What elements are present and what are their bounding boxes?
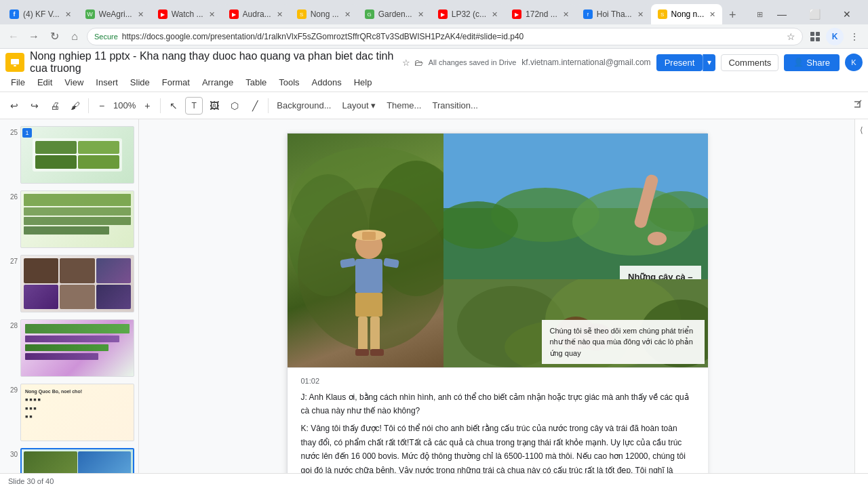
present-dropdown-button[interactable]: ▾ <box>703 54 715 71</box>
tab-lp32[interactable]: ▶ LP32 (c... ✕ <box>431 4 505 24</box>
zoom-out-button[interactable]: − <box>93 97 111 115</box>
slide-thumb-26[interactable]: 26 <box>3 189 136 249</box>
menu-format[interactable]: Format <box>157 75 195 89</box>
user-avatar[interactable]: K <box>845 54 863 71</box>
paint-format-button[interactable]: 🖌 <box>66 97 84 115</box>
svg-rect-24 <box>362 232 376 240</box>
slide-thumb-29[interactable]: 29 Nong Quoc Bo, noel cho! ■ ■ ■ ■ ■ ■ ■… <box>3 382 136 443</box>
slide-img-28[interactable] <box>20 319 134 377</box>
settings-icon[interactable]: ⋮ <box>846 28 863 45</box>
shape-tool[interactable]: ⬡ <box>226 97 243 115</box>
tab-garden[interactable]: G Garden... ✕ <box>358 4 431 24</box>
tab-fb[interactable]: f (4) KF V... ✕ <box>3 4 78 24</box>
slide-img-30[interactable]: Chúng tôi... <box>20 448 134 473</box>
minimize-button[interactable]: — <box>766 4 797 24</box>
slide-img-26[interactable] <box>20 190 134 248</box>
tab-audra-label: Audra... <box>243 9 271 19</box>
collapse-panel-button[interactable] <box>852 99 863 112</box>
tab-nong2-close[interactable]: ✕ <box>709 10 715 19</box>
slide-text-body: 01:02 J: Anh Klaus ơi, bằng cách nhìn hì… <box>288 367 708 473</box>
menu-file[interactable]: File <box>5 75 31 89</box>
profile-button[interactable]: K <box>826 28 844 45</box>
present-button[interactable]: Present <box>656 54 703 71</box>
slide-canvas[interactable]: Những cây cà – 6 tháng 5, 2017 <box>287 133 707 473</box>
editing-area[interactable]: Những cây cà – 6 tháng 5, 2017 <box>139 119 854 473</box>
panel-collapse-button[interactable]: ⟨ <box>856 125 867 136</box>
tab-fb-label: (4) KF V... <box>23 9 60 19</box>
tab-nong1-close[interactable]: ✕ <box>344 10 351 19</box>
tab-watch[interactable]: ▶ Watch ... ✕ <box>151 4 222 24</box>
doc-header: Nong nghiep 11 pptx - Kha nang thay duoc… <box>0 49 868 92</box>
menu-arrange[interactable]: Arrange <box>197 75 239 89</box>
layout-button[interactable]: Layout ▾ <box>338 97 380 115</box>
menu-slide[interactable]: Slide <box>125 75 155 89</box>
star-icon[interactable]: ☆ <box>402 58 410 68</box>
tab-nong2[interactable]: S Nong n... ✕ <box>651 4 723 24</box>
new-tab-button[interactable]: + <box>723 5 742 24</box>
background-button[interactable]: Background... <box>273 97 335 115</box>
tab-lp32-label: LP32 (c... <box>452 9 486 19</box>
tab-hoitha[interactable]: f Hoi Tha... ✕ <box>576 4 650 24</box>
tab-garden-favicon: G <box>365 9 374 19</box>
app-area: Nong nghiep 11 pptx - Kha nang thay duoc… <box>0 49 868 488</box>
slide-img-29[interactable]: Nong Quoc Bo, noel cho! ■ ■ ■ ■ ■ ■ ■ ■ … <box>20 384 134 441</box>
zoom-in-button[interactable]: + <box>138 97 156 115</box>
tab-watch-close[interactable]: ✕ <box>209 10 215 19</box>
line-tool[interactable]: ╱ <box>246 97 264 115</box>
image-tool[interactable]: 🖼 <box>205 97 223 115</box>
tab-weagri-label: WeAgri... <box>99 9 132 19</box>
text-box-tool[interactable]: T <box>185 97 203 115</box>
menu-view[interactable]: View <box>59 75 89 89</box>
svg-rect-28 <box>355 293 382 317</box>
tab-fb-favicon: f <box>9 9 19 19</box>
tab-lp32-close[interactable]: ✕ <box>492 10 498 19</box>
back-button[interactable]: ← <box>5 28 22 45</box>
slide-thumb-27[interactable]: 27 <box>3 253 136 314</box>
tab-hoitha-label: Hoi Tha... <box>597 9 632 19</box>
menu-insert[interactable]: Insert <box>90 75 123 89</box>
theme-button[interactable]: Theme... <box>382 97 425 115</box>
tab-hoitha-close[interactable]: ✕ <box>637 10 644 19</box>
undo-button[interactable]: ↩ <box>5 97 23 115</box>
close-button[interactable]: ✕ <box>831 4 863 24</box>
svg-rect-31 <box>355 349 369 356</box>
slide-thumb-28[interactable]: 28 <box>3 318 136 378</box>
tab-garden-close[interactable]: ✕ <box>418 10 424 19</box>
home-button[interactable]: ⌂ <box>66 28 83 45</box>
transition-button[interactable]: Transition... <box>428 97 481 115</box>
tab-172nd[interactable]: ▶ 172nd ... ✕ <box>505 4 576 24</box>
slide-thumb-25[interactable]: 25 1 <box>3 125 136 185</box>
share-button[interactable]: 👤 Share <box>784 54 840 71</box>
forward-button[interactable]: → <box>26 28 42 45</box>
folder-icon[interactable]: 🗁 <box>414 58 423 68</box>
menu-table[interactable]: Table <box>240 75 272 89</box>
tab-weagri-close[interactable]: ✕ <box>138 10 144 19</box>
select-tool[interactable]: ↖ <box>165 97 182 115</box>
svg-rect-2 <box>810 37 814 41</box>
bookmark-icon[interactable]: ☆ <box>787 31 795 42</box>
svg-rect-3 <box>816 37 820 41</box>
menu-addons[interactable]: Addons <box>307 75 347 89</box>
menu-tools[interactable]: Tools <box>273 75 304 89</box>
address-bar[interactable]: Secure https://docs.google.com/presentat… <box>87 28 803 45</box>
extensions-icon[interactable]: ⊞ <box>754 9 765 20</box>
tab-audra-close[interactable]: ✕ <box>277 10 283 19</box>
menu-help[interactable]: Help <box>349 75 378 89</box>
tab-172nd-close[interactable]: ✕ <box>563 10 569 19</box>
extensions-button[interactable] <box>807 28 823 45</box>
refresh-button[interactable]: ↻ <box>46 28 62 45</box>
tab-nong1[interactable]: S Nong ... ✕ <box>290 4 357 24</box>
slide-img-27[interactable] <box>20 255 134 312</box>
tab-audra[interactable]: ▶ Audra... ✕ <box>222 4 290 24</box>
menu-edit[interactable]: Edit <box>32 75 58 89</box>
slide-thumb-30[interactable]: 30 Chúng tôi... <box>3 447 136 473</box>
slide-img-25[interactable]: 1 <box>20 126 134 184</box>
tab-fb-close[interactable]: ✕ <box>65 10 71 19</box>
slide-panel: 25 1 <box>0 119 139 473</box>
doc-menu-row: File Edit View Insert Slide Format Arran… <box>5 73 863 92</box>
tab-weagri[interactable]: W WeAgri... ✕ <box>79 4 151 24</box>
print-button[interactable]: 🖨 <box>46 97 64 115</box>
comments-button[interactable]: Comments <box>721 54 778 71</box>
restore-button[interactable]: ⬜ <box>799 4 830 24</box>
redo-button[interactable]: ↪ <box>26 97 43 115</box>
